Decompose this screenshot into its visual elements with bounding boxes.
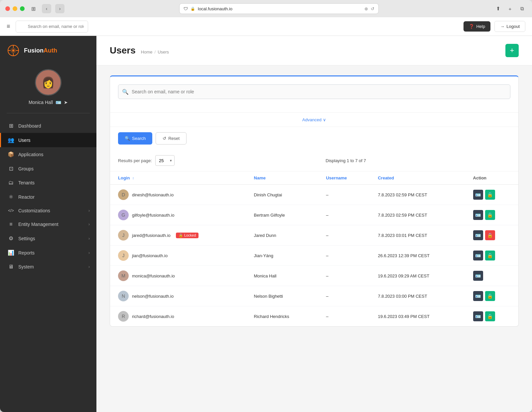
- browser-toolbar-right: ⬆ + ⧉: [493, 4, 527, 13]
- advanced-link[interactable]: Advanced ∨: [302, 117, 326, 122]
- lock-user-button[interactable]: 🔒: [485, 251, 495, 260]
- new-tab-icon[interactable]: +: [505, 4, 515, 13]
- user-username-cell: –: [318, 205, 370, 225]
- sidebar-item-customizations[interactable]: </> Customizations ›: [0, 204, 96, 217]
- chevron-right-icon: ›: [88, 222, 90, 227]
- user-username-cell: –: [318, 306, 370, 327]
- user-created-cell: 7.8.2023 02:59 PM CEST: [370, 185, 465, 205]
- unlock-user-button[interactable]: 🔒: [485, 230, 495, 240]
- sidebar-item-label: Entity Management: [18, 222, 84, 227]
- sidebar-item-label: Reactor: [18, 194, 90, 200]
- users-table: Login ↑ Name Username Created Action: [110, 171, 518, 326]
- chevron-right-icon: ›: [88, 208, 90, 213]
- user-name-cell: Jian-Yáng: [246, 246, 318, 266]
- avatar: J: [118, 230, 129, 241]
- refresh-icon[interactable]: ↺: [371, 6, 374, 11]
- sidebar-item-applications[interactable]: 📦 Applications: [0, 147, 96, 161]
- results-header: Results per page: 10 25 50 100: [110, 150, 518, 171]
- table-row: M monica@fusionauth.ioMonica Hall–19.6.2…: [110, 266, 518, 286]
- sort-asc-icon: ↑: [132, 176, 134, 180]
- sidebar-toggle-icon[interactable]: ⊞: [29, 4, 38, 13]
- profile-card-icon[interactable]: 🪪: [56, 100, 61, 105]
- table-row: N nelson@fusionauth.ioNelson Bighetti–7.…: [110, 286, 518, 306]
- table-row: J jared@fusionauth.io🔒 LockedJared Dunn–…: [110, 225, 518, 246]
- close-btn[interactable]: [5, 6, 10, 11]
- reset-button[interactable]: ↺ Reset: [156, 132, 187, 145]
- user-created-cell: 7.8.2023 03:00 PM CEST: [370, 286, 465, 306]
- hamburger-icon[interactable]: ≡: [7, 23, 10, 30]
- per-page-select[interactable]: 10 25 50 100: [155, 155, 175, 166]
- user-search-input[interactable]: [118, 84, 510, 99]
- address-bar[interactable]: 🛡 🔒 local.fusionauth.io ⊕ ↺: [179, 3, 379, 14]
- sidebar-item-users[interactable]: 👥 Users: [0, 133, 96, 147]
- navbar-search-wrap: 🔍: [16, 21, 149, 33]
- users-table-body: D dinesh@fusionauth.ioDinish Chugtai–7.8…: [110, 185, 518, 327]
- profile-nav-icon[interactable]: ➤: [64, 100, 68, 105]
- view-user-button[interactable]: 🪪: [473, 271, 483, 281]
- sidebar-item-settings[interactable]: ⚙ Settings ›: [0, 231, 96, 246]
- breadcrumb-home[interactable]: Home: [141, 50, 153, 54]
- user-name-cell: Dinish Chugtai: [246, 185, 318, 205]
- window-controls: [5, 6, 25, 11]
- col-login[interactable]: Login ↑: [110, 171, 246, 185]
- minimize-btn[interactable]: [13, 6, 17, 11]
- col-created: Created: [370, 171, 465, 185]
- share-icon[interactable]: ⬆: [493, 4, 503, 13]
- logout-button[interactable]: → Logout: [494, 21, 525, 32]
- user-action-cell: 🪪🔒: [465, 286, 518, 306]
- sidebar-item-label: Groups: [18, 166, 90, 171]
- add-user-button[interactable]: +: [505, 44, 519, 57]
- translate-icon: ⊕: [364, 6, 368, 11]
- users-icon: 👥: [8, 137, 14, 143]
- user-action-cell: 🪪🔒: [465, 246, 518, 266]
- main-layout: FusionAuth 👩 Monica Hall 🪪 ➤: [0, 36, 532, 412]
- sidebar-item-dashboard[interactable]: ⊞ Dashboard: [0, 119, 96, 133]
- avatar: M: [118, 270, 129, 281]
- sidebar-item-tenants[interactable]: 🗂 Tenants: [0, 176, 96, 190]
- maximize-btn[interactable]: [20, 6, 25, 11]
- table-row: J jian@fusionauth.ioJian-Yáng–26.6.2023 …: [110, 246, 518, 266]
- view-user-button[interactable]: 🪪: [473, 251, 483, 260]
- avatar: R: [118, 311, 129, 322]
- tabs-icon[interactable]: ⧉: [517, 4, 527, 13]
- user-email-text: richard@fusionauth.io: [132, 314, 174, 319]
- view-user-button[interactable]: 🪪: [473, 210, 483, 220]
- search-card: 🔍 Advanced ∨: [110, 75, 519, 327]
- lock-user-button[interactable]: 🔒: [485, 190, 495, 200]
- chevron-right-icon: ›: [88, 251, 90, 255]
- sidebar-item-label: Tenants: [18, 180, 90, 185]
- page-header: Users Home / Users +: [96, 36, 532, 65]
- sidebar-item-reactor[interactable]: ⚛ Reactor: [0, 190, 96, 204]
- avatar: D: [118, 189, 129, 200]
- navbar-search-input[interactable]: [16, 21, 88, 33]
- brand-plain: Fusion: [24, 47, 44, 54]
- user-name-cell: Richard Hendricks: [246, 306, 318, 327]
- sidebar-item-groups[interactable]: ⊡ Groups: [0, 161, 96, 176]
- user-username-cell: –: [318, 286, 370, 306]
- sidebar-item-entity-management[interactable]: ≡ Entity Management ›: [0, 217, 96, 231]
- user-action-cell: 🪪🔒: [465, 205, 518, 225]
- view-user-button[interactable]: 🪪: [473, 230, 483, 240]
- sidebar-item-label: Settings: [18, 236, 84, 241]
- svg-point-2: [12, 50, 14, 52]
- view-user-button[interactable]: 🪪: [473, 190, 483, 200]
- table-row: D dinesh@fusionauth.ioDinish Chugtai–7.8…: [110, 185, 518, 205]
- sidebar-item-label: Dashboard: [18, 123, 90, 129]
- lock-user-button[interactable]: 🔒: [485, 210, 495, 220]
- sidebar-item-label: Users: [18, 138, 90, 143]
- view-user-button[interactable]: 🪪: [473, 291, 483, 301]
- back-button[interactable]: ‹: [42, 4, 51, 13]
- lock-user-button[interactable]: 🔒: [485, 311, 495, 321]
- help-button[interactable]: ❓ Help: [464, 21, 490, 32]
- view-user-button[interactable]: 🪪: [473, 311, 483, 321]
- system-icon: 🖥: [8, 264, 14, 270]
- search-section: 🔍: [110, 76, 518, 113]
- sidebar-item-system[interactable]: 🖥 System ›: [0, 260, 96, 274]
- breadcrumb-separator: /: [155, 50, 156, 54]
- lock-user-button[interactable]: 🔒: [485, 291, 495, 301]
- forward-button[interactable]: ›: [55, 4, 65, 13]
- search-button[interactable]: 🔍 Search: [118, 132, 152, 145]
- sidebar-profile: 👩 Monica Hall 🪪 ➤: [0, 64, 96, 113]
- sidebar-item-reports[interactable]: 📊 Reports ›: [0, 246, 96, 260]
- browser-window: ⊞ ‹ › 🛡 🔒 local.fusionauth.io ⊕ ↺ ⬆ + ⧉ …: [0, 0, 532, 412]
